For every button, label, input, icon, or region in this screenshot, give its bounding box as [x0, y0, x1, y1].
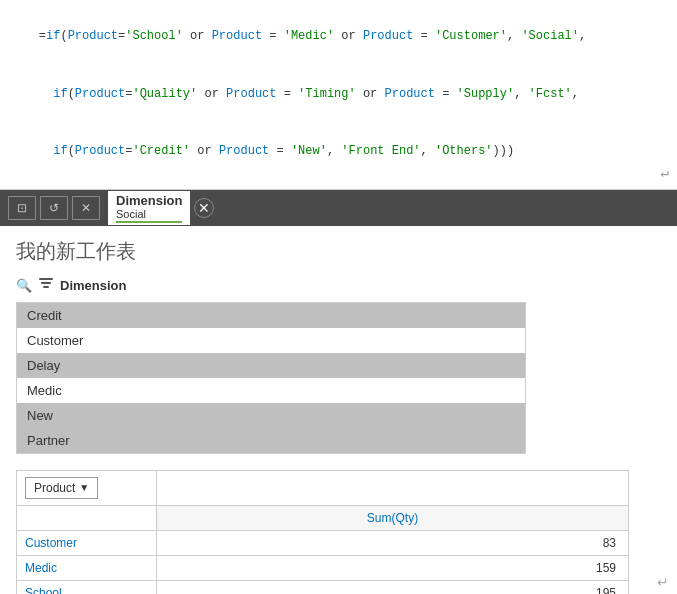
dimension-list: Credit Customer Delay Medic New Partner: [16, 302, 526, 454]
return-arrow-1: ↵: [661, 162, 669, 184]
svg-rect-2: [43, 286, 49, 288]
worksheet: 我的新工作表 🔍 Dimension Credit Customer Delay…: [0, 226, 677, 594]
close-icon-btn[interactable]: ✕: [72, 196, 100, 220]
code-line-2: if(Product='Quality' or Product = 'Timin…: [10, 66, 667, 124]
product-btn-label: Product: [34, 481, 75, 495]
table-header-row: Product ▼: [17, 471, 628, 506]
row-label-medic[interactable]: Medic: [17, 556, 157, 580]
table-subheader-empty: [17, 506, 157, 530]
close-tab-icon: ✕: [198, 200, 210, 216]
dropdown-arrow-icon: ▼: [79, 482, 89, 493]
filter-icon[interactable]: [38, 277, 54, 294]
list-item-credit[interactable]: Credit: [17, 303, 525, 328]
table-row: Customer 83: [17, 531, 628, 556]
list-item-medic[interactable]: Medic: [17, 378, 525, 403]
table-col-product: Product ▼: [17, 471, 157, 505]
svg-rect-0: [39, 278, 53, 280]
row-label-school[interactable]: School: [17, 581, 157, 594]
refresh-icon-btn[interactable]: ↺: [40, 196, 68, 220]
table-row: School 195: [17, 581, 628, 594]
dimension-label: Dimension: [60, 278, 126, 293]
square-icon-btn[interactable]: ⊡: [8, 196, 36, 220]
code-editor[interactable]: =if(Product='School' or Product = 'Medic…: [0, 0, 677, 190]
product-dropdown-btn[interactable]: Product ▼: [25, 477, 98, 499]
svg-rect-1: [41, 282, 51, 284]
code-line-1: =if(Product='School' or Product = 'Medic…: [10, 8, 667, 66]
toolbar: ⊡ ↺ ✕ Dimension Social ✕: [0, 190, 677, 226]
row-value-customer: 83: [157, 531, 628, 555]
list-item-partner[interactable]: Partner: [17, 428, 525, 453]
search-icon[interactable]: 🔍: [16, 278, 32, 293]
table-row: Medic 159: [17, 556, 628, 581]
code-line-3: if(Product='Credit' or Product = 'New', …: [10, 123, 667, 181]
worksheet-title: 我的新工作表: [16, 238, 661, 265]
sum-label: Sum(Qty): [157, 506, 628, 530]
list-item-new[interactable]: New: [17, 403, 525, 428]
tab-subtitle: Social: [116, 208, 182, 223]
table-col-sum-header: [157, 471, 628, 505]
close-tab-btn[interactable]: ✕: [194, 198, 214, 218]
dimension-tab[interactable]: Dimension Social: [108, 191, 190, 225]
row-value-medic: 159: [157, 556, 628, 580]
page-return-arrow: ↵: [657, 574, 669, 590]
refresh-icon: ↺: [49, 201, 59, 215]
table-subheader-row: Sum(Qty): [17, 506, 628, 531]
x-icon: ✕: [81, 201, 91, 215]
row-label-customer[interactable]: Customer: [17, 531, 157, 555]
row-value-school: 195: [157, 581, 628, 594]
dimension-header: 🔍 Dimension: [16, 277, 661, 294]
data-table: Product ▼ Sum(Qty) Customer 83 Medic 159…: [16, 470, 629, 594]
square-icon: ⊡: [17, 201, 27, 215]
list-item-customer[interactable]: Customer: [17, 328, 525, 353]
tab-title: Dimension: [116, 193, 182, 208]
list-item-delay[interactable]: Delay: [17, 353, 525, 378]
